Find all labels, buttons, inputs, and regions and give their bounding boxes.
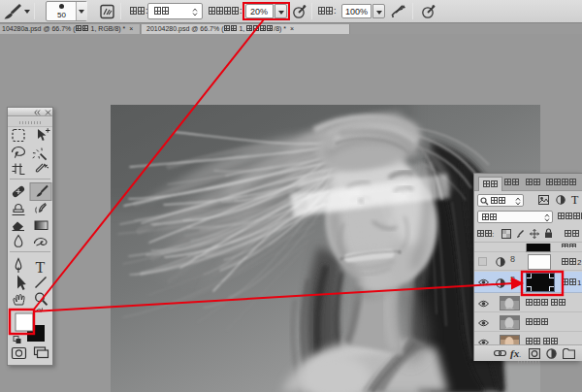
- svg-text:T: T: [36, 259, 46, 276]
